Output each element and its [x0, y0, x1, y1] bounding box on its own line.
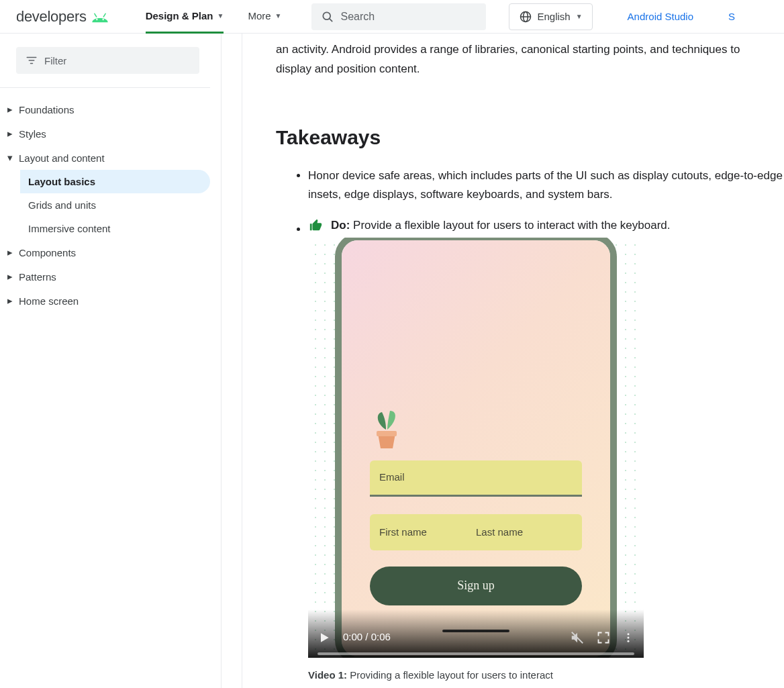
filter-input[interactable]: Filter: [16, 47, 199, 74]
sidebar-item-label: Foundations: [19, 104, 75, 115]
search-input[interactable]: Search: [311, 3, 486, 30]
sidebar-item-label: Components: [19, 247, 76, 258]
video-player[interactable]: Email First name Last name: [308, 238, 644, 658]
global-header: developers Design & Plan ▼ More ▼ Search…: [0, 0, 784, 34]
caret-right-icon: [5, 271, 15, 283]
android-studio-link[interactable]: Android Studio: [628, 11, 693, 22]
sidebar-item-label: Home screen: [19, 295, 79, 307]
takeaway-2-text: Provide a flexible layout for users to i…: [350, 219, 670, 232]
sidebar-sub-immersive[interactable]: Immersive content: [20, 217, 210, 240]
svg-line-5: [329, 18, 332, 21]
video-caption-text: Providing a flexible layout for users to…: [347, 669, 553, 681]
do-label: Do:: [331, 219, 350, 232]
video-caption-label: Video 1:: [308, 669, 347, 681]
svg-rect-12: [377, 431, 397, 436]
svg-point-14: [628, 633, 630, 635]
firstname-field-label: First name: [379, 524, 427, 541]
sidebar-item-label: Styles: [19, 128, 46, 140]
divider: [0, 87, 210, 88]
lastname-field-label: Last name: [476, 524, 523, 541]
main-content: an activity. Android provides a range of…: [242, 34, 784, 688]
sidebar-sub-grids-units[interactable]: Grids and units: [20, 193, 210, 217]
takeaways-heading: Takeaways: [276, 126, 784, 149]
email-field-mock: Email: [370, 460, 582, 497]
sidebar-item-components[interactable]: Components: [0, 240, 210, 264]
mute-icon[interactable]: [570, 630, 585, 645]
search-placeholder: Search: [341, 11, 375, 23]
email-field-label: Email: [379, 469, 405, 486]
android-icon: [91, 11, 109, 23]
thumbs-up-icon: [308, 218, 324, 233]
tab-design-plan-label: Design & Plan: [146, 10, 213, 21]
site-logo[interactable]: developers: [16, 8, 109, 26]
chevron-down-icon: ▼: [576, 13, 583, 20]
sidebar-item-home-screen[interactable]: Home screen: [0, 289, 210, 313]
phone-screen: Email First name Last name: [342, 240, 610, 656]
lastname-field-mock: Last name: [467, 514, 582, 550]
tab-design-plan[interactable]: Design & Plan ▼: [146, 0, 224, 34]
sidebar-item-foundations[interactable]: Foundations: [0, 97, 210, 121]
sidebar-item-layout-content[interactable]: Layout and content: [0, 146, 210, 170]
takeaway-item-2: Do: Provide a flexible layout for users …: [308, 216, 784, 684]
video-time: 0:00 / 0:06: [343, 629, 391, 646]
logo-text: developers: [16, 8, 87, 26]
caret-right-icon: [5, 128, 15, 140]
svg-line-0: [94, 13, 96, 17]
language-label: English: [538, 11, 571, 22]
tab-more[interactable]: More ▼: [248, 0, 281, 34]
globe-icon: [519, 10, 532, 23]
filter-icon: [26, 54, 38, 66]
sidebar-item-label: Layout and content: [19, 152, 105, 164]
nav-tabs: Design & Plan ▼ More ▼: [146, 0, 282, 34]
chevron-down-icon: ▼: [217, 12, 224, 19]
video-example: Email First name Last name: [308, 238, 784, 684]
filter-placeholder: Filter: [44, 55, 66, 66]
signup-button-mock: Sign up: [370, 567, 582, 605]
svg-point-2: [96, 18, 97, 19]
search-icon: [321, 10, 334, 23]
intro-paragraph-fragment: an activity. Android provides a range of…: [276, 40, 746, 79]
svg-point-3: [102, 18, 103, 19]
truncated-link[interactable]: S: [728, 11, 735, 22]
takeaway-item-1: Honor device safe areas, which includes …: [308, 166, 784, 204]
plant-icon: [370, 409, 403, 452]
svg-point-16: [628, 640, 630, 642]
takeaways-list: Honor device safe areas, which includes …: [276, 166, 784, 684]
more-icon[interactable]: [622, 631, 634, 644]
sidebar-submenu-layout: Layout basics Grids and units Immersive …: [0, 170, 210, 240]
sidebar-item-styles[interactable]: Styles: [0, 121, 210, 146]
fullscreen-icon[interactable]: [597, 631, 610, 644]
chevron-down-icon: ▼: [275, 12, 282, 19]
video-caption: Video 1: Providing a flexible layout for…: [308, 667, 784, 684]
caret-down-icon: [5, 152, 15, 164]
sidebar: Filter Foundations Styles Layout and con…: [0, 34, 222, 688]
signup-button-label: Sign up: [457, 576, 495, 596]
language-selector[interactable]: English ▼: [509, 3, 593, 30]
video-controls: 0:00 / 0:06: [308, 609, 644, 658]
svg-line-1: [103, 13, 105, 17]
caret-right-icon: [5, 295, 15, 307]
video-progress-bar[interactable]: [317, 652, 634, 655]
play-icon[interactable]: [317, 631, 331, 644]
caret-right-icon: [5, 246, 15, 258]
caret-right-icon: [5, 103, 15, 115]
sidebar-sub-layout-basics[interactable]: Layout basics: [20, 170, 210, 193]
sidebar-item-label: Patterns: [19, 271, 56, 283]
phone-mockup: Email First name Last name: [335, 238, 617, 658]
tab-more-label: More: [248, 10, 271, 21]
svg-point-15: [628, 636, 630, 638]
sidebar-item-patterns[interactable]: Patterns: [0, 264, 210, 289]
